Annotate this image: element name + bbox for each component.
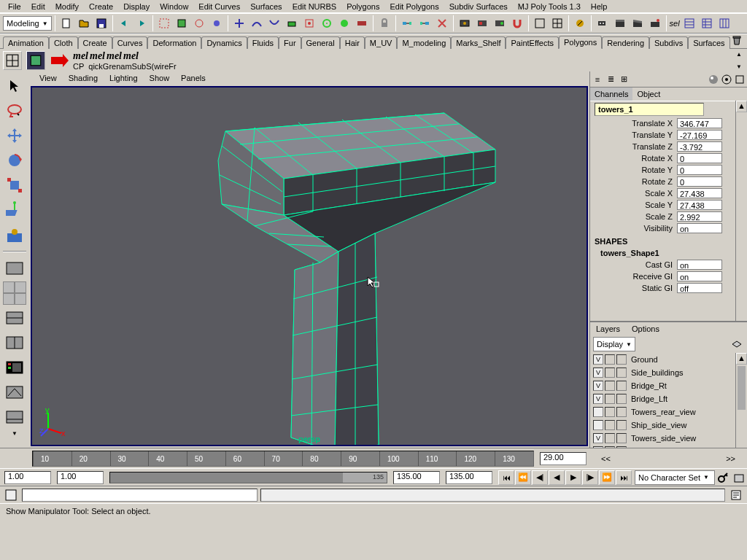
layers-menu-options[interactable]: Options: [626, 323, 665, 335]
outliner-layout-icon[interactable]: [3, 356, 26, 379]
shelf-tab-dynamics[interactable]: Dynamics: [201, 36, 247, 49]
channel-box-icon[interactable]: [681, 15, 697, 31]
vmenu-show[interactable]: Show: [144, 72, 176, 84]
playblast-icon[interactable]: [595, 15, 611, 31]
select-mask-icon[interactable]: [156, 15, 172, 31]
layer-color-swatch[interactable]: [616, 394, 627, 404]
object-name-field[interactable]: towers_1: [595, 103, 704, 116]
layers-menu-layers[interactable]: Layers: [590, 323, 626, 335]
snap-grid-icon[interactable]: [231, 15, 247, 31]
view-layout-3b-icon[interactable]: [3, 331, 26, 354]
shelf-tab-general[interactable]: General: [301, 36, 340, 49]
tool-settings-icon[interactable]: [716, 15, 732, 31]
layer-row[interactable]: VBridge_Lft: [590, 392, 735, 405]
current-time-field[interactable]: 29.00: [540, 452, 587, 465]
script-editor-icon[interactable]: [728, 487, 744, 503]
vmenu-panels[interactable]: Panels: [175, 72, 212, 84]
layer-type-box[interactable]: [605, 446, 615, 448]
channel-layout-2-icon[interactable]: ≣: [605, 74, 616, 85]
range-end-field[interactable]: 135.00: [393, 471, 440, 484]
range-start-field[interactable]: 1.00: [57, 471, 104, 484]
select-paint-icon[interactable]: [209, 15, 225, 31]
play-fwd-icon[interactable]: ▶: [565, 470, 581, 485]
layer-visible-checkbox[interactable]: V: [593, 433, 603, 443]
shading-icon[interactable]: [708, 74, 719, 85]
shape-name[interactable]: towers_Shape1: [590, 249, 735, 259]
attr-value[interactable]: 0: [677, 165, 722, 175]
trash-icon[interactable]: [730, 32, 744, 48]
layer-row[interactable]: Ship_rear_view: [590, 445, 735, 448]
attr-value[interactable]: 27.438: [677, 188, 722, 198]
layer-type-box[interactable]: [605, 354, 615, 365]
shelf-scroll[interactable]: ▲▼: [734, 51, 744, 70]
magnet-icon[interactable]: [509, 15, 525, 31]
layer-visible-checkbox[interactable]: V: [593, 381, 603, 391]
attribute-editor-icon[interactable]: [699, 15, 715, 31]
menu-edit-polygons[interactable]: Edit Polygons: [384, 1, 444, 12]
shelf-layout-icon[interactable]: [3, 51, 22, 70]
layer-type-box[interactable]: [605, 394, 615, 404]
layer-visible-checkbox[interactable]: [593, 407, 603, 417]
layer-visible-checkbox[interactable]: V: [593, 354, 603, 365]
shelf-tab-rendering[interactable]: Rendering: [602, 36, 649, 49]
channel-layout-3-icon[interactable]: ⊞: [618, 74, 630, 85]
menu-subdiv[interactable]: Subdiv Surfaces: [444, 1, 513, 12]
shelf-tab-muv[interactable]: M_UV: [365, 36, 398, 49]
xray-icon[interactable]: [734, 74, 746, 85]
menu-help[interactable]: Help: [586, 1, 613, 12]
render-icon[interactable]: [457, 15, 473, 31]
prefs-icon[interactable]: [731, 470, 747, 486]
layer-type-box[interactable]: [605, 368, 615, 378]
snap-curve-icon[interactable]: [249, 15, 265, 31]
attr-value[interactable]: 27.438: [677, 200, 722, 210]
hypershade-icon[interactable]: [572, 15, 588, 31]
step-fwd-icon[interactable]: ⏩: [599, 470, 615, 485]
channel-layout-1-icon[interactable]: ≡: [592, 74, 603, 85]
clapboard3-icon[interactable]: [647, 15, 663, 31]
lasso-tool-icon[interactable]: [3, 99, 26, 122]
snap-plane-icon[interactable]: [284, 15, 300, 31]
lock-icon[interactable]: [376, 15, 392, 31]
rotate-tool-icon[interactable]: [3, 149, 26, 172]
charset-dropdown[interactable]: No Character Set▼: [635, 470, 715, 485]
render-globals-icon[interactable]: [492, 15, 508, 31]
range-thumb[interactable]: 135: [343, 472, 387, 483]
shelf-tab-surfaces[interactable]: Surfaces: [688, 36, 729, 49]
ipr-icon[interactable]: [474, 15, 490, 31]
select-tool-icon[interactable]: [3, 74, 26, 98]
shelf-tab-curves[interactable]: Curves: [112, 36, 148, 49]
layer-color-swatch[interactable]: [616, 420, 627, 430]
layer-type-box[interactable]: [605, 433, 615, 443]
layer-visible-checkbox[interactable]: [593, 446, 603, 448]
play-back-icon[interactable]: ◀: [549, 470, 565, 485]
tab-channels[interactable]: Channels: [590, 88, 632, 101]
new-scene-icon[interactable]: [58, 15, 74, 31]
construction-history-icon[interactable]: [434, 15, 450, 31]
prev-key-icon[interactable]: ◀|: [532, 470, 548, 485]
layout-four-icon[interactable]: [549, 15, 565, 31]
fast-fwd-icon[interactable]: ⏭: [616, 470, 632, 485]
open-scene-icon[interactable]: [76, 15, 92, 31]
isolate-icon[interactable]: [721, 74, 732, 85]
layer-type-box[interactable]: [605, 420, 615, 430]
mel-button-2[interactable]: mel: [90, 50, 105, 62]
inputs-icon[interactable]: [399, 15, 415, 31]
layer-type-box[interactable]: [605, 381, 615, 391]
make-live-icon[interactable]: [336, 15, 352, 31]
attr-value[interactable]: 2.992: [677, 211, 722, 222]
layers-display-dropdown[interactable]: Display▼: [593, 337, 635, 351]
shelf-tab-mmodeling[interactable]: M_modeling: [397, 36, 451, 49]
shelf-tab-marks[interactable]: Marks_Shelf: [451, 36, 506, 49]
layer-type-box[interactable]: [605, 407, 615, 417]
viewport-persp[interactable]: y x z persp: [31, 86, 588, 446]
mel-button-1[interactable]: mel: [73, 50, 88, 62]
manipulator-tool-icon[interactable]: [3, 198, 26, 222]
four-view-icon[interactable]: [3, 281, 26, 305]
shelf-tab-fur[interactable]: Fur: [279, 36, 301, 49]
nav-prev-button[interactable]: <<: [601, 454, 611, 463]
menu-create[interactable]: Create: [84, 1, 118, 12]
shelf-tab-painteffects[interactable]: PaintEffects: [506, 36, 559, 49]
soft-mod-tool-icon[interactable]: [3, 223, 26, 246]
attr-value[interactable]: on: [677, 271, 722, 281]
attr-value[interactable]: 346.747: [677, 118, 722, 128]
